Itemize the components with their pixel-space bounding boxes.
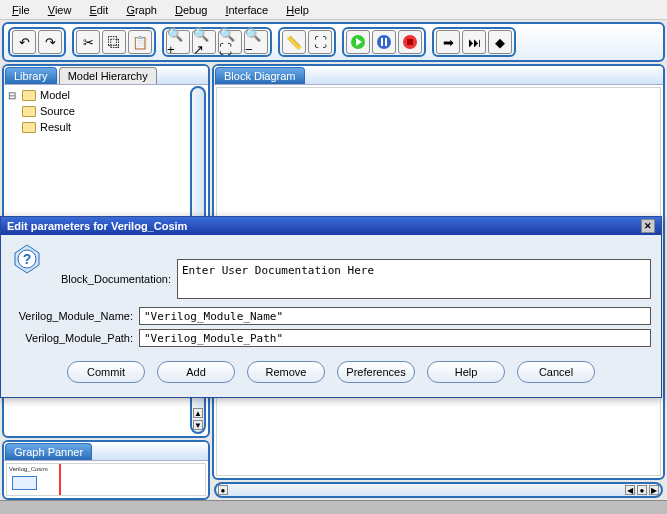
remove-button[interactable]: Remove [247, 361, 325, 383]
breakpoint-icon[interactable]: ◆ [488, 30, 512, 54]
folder-icon [22, 90, 36, 101]
tree-item[interactable]: Result [8, 119, 204, 135]
folder-icon [22, 106, 36, 117]
hscroll-start-icon[interactable]: ● [218, 485, 228, 495]
commit-button[interactable]: Commit [67, 361, 145, 383]
zoom-fit-icon[interactable]: 🔍⛶ [218, 30, 242, 54]
pause-icon[interactable] [372, 30, 396, 54]
verilogmodulepath-input[interactable] [139, 329, 651, 347]
graph-panner-title: Graph Panner [5, 443, 92, 460]
ruler-icon[interactable]: 📏 [282, 30, 306, 54]
redo-icon[interactable]: ↷ [38, 30, 62, 54]
menu-debug[interactable]: Debug [167, 2, 215, 18]
panner-cursor[interactable] [59, 464, 61, 495]
tree-label: Result [40, 121, 71, 133]
scroll-down-icon[interactable]: ▼ [193, 420, 203, 430]
tree-item[interactable]: Source [8, 103, 204, 119]
toolbar-group: 📏⛶ [278, 27, 336, 57]
dialog-title: Edit parameters for Verilog_Cosim [7, 220, 187, 232]
menu-help[interactable]: Help [278, 2, 317, 18]
menu-edit[interactable]: Edit [81, 2, 116, 18]
play-icon[interactable] [346, 30, 370, 54]
stop-icon[interactable] [398, 30, 422, 54]
graph-panner-body[interactable]: Verilog_Cosim [6, 463, 206, 496]
panner-mini-block [12, 476, 37, 490]
dialog-row: Verilog_Module_Path: [11, 329, 651, 347]
library-tabs: LibraryModel Hierarchy [4, 66, 208, 85]
toolbar-group: ✂⿻📋 [72, 27, 156, 57]
zoom-out-icon[interactable]: 🔍− [244, 30, 268, 54]
block-diagram-title: Block Diagram [215, 67, 305, 84]
cut-icon[interactable]: ✂ [76, 30, 100, 54]
toolbar-group [342, 27, 426, 57]
help-icon: ? [11, 243, 43, 275]
menu-interface[interactable]: Interface [217, 2, 276, 18]
toolbar-group: 🔍+🔍↗🔍⛶🔍− [162, 27, 272, 57]
cancel-button[interactable]: Cancel [517, 361, 595, 383]
dialog-buttons: CommitAddRemovePreferencesHelpCancel [11, 361, 651, 383]
verilogmodulename-input[interactable] [139, 307, 651, 325]
preferences-button[interactable]: Preferences [337, 361, 415, 383]
scroll-up-icon[interactable]: ▲ [193, 408, 203, 418]
dialog-fields: Block_Documentation:Verilog_Module_Name:… [11, 259, 651, 347]
tree-label: Model [40, 89, 70, 101]
dialog-row: Verilog_Module_Name: [11, 307, 651, 325]
blockdocumentation-input[interactable] [177, 259, 651, 299]
field-label: Block_Documentation: [49, 273, 177, 285]
svg-rect-6 [407, 39, 413, 45]
dialog-titlebar[interactable]: Edit parameters for Verilog_Cosim ✕ [1, 217, 661, 235]
hscroll-left-icon[interactable]: ◀ [625, 485, 635, 495]
dialog-row: Block_Documentation: [49, 259, 651, 299]
zoom-in-icon[interactable]: 🔍+ [166, 30, 190, 54]
toolbar-group: ➡⏭◆ [432, 27, 516, 57]
edit-parameters-dialog: Edit parameters for Verilog_Cosim ✕ ? Bl… [0, 216, 662, 398]
copy-icon[interactable]: ⿻ [102, 30, 126, 54]
menu-file[interactable]: File [4, 2, 38, 18]
toolbar: ↶↷✂⿻📋🔍+🔍↗🔍⛶🔍−📏⛶➡⏭◆ [2, 22, 665, 62]
panner-mini-label: Verilog_Cosim [9, 466, 48, 472]
menubar: FileViewEditGraphDebugInterfaceHelp [0, 0, 667, 20]
folder-icon [22, 122, 36, 133]
field-label: Verilog_Module_Path: [11, 332, 139, 344]
svg-rect-3 [381, 38, 383, 46]
paste-icon[interactable]: 📋 [128, 30, 152, 54]
help-button[interactable]: Help [427, 361, 505, 383]
tree-item[interactable]: ⊟Model [8, 87, 204, 103]
close-icon[interactable]: ✕ [641, 219, 655, 233]
graph-panner-panel: Graph Panner Verilog_Cosim [2, 440, 210, 500]
toolbar-group: ↶↷ [8, 27, 66, 57]
svg-text:?: ? [23, 251, 32, 267]
block-diagram-hscroll[interactable]: ● ◀ ● ▶ [214, 482, 663, 498]
undo-icon[interactable]: ↶ [12, 30, 36, 54]
menu-view[interactable]: View [40, 2, 80, 18]
step-to-end-icon[interactable]: ⏭ [462, 30, 486, 54]
svg-rect-4 [385, 38, 387, 46]
tree-label: Source [40, 105, 75, 117]
fullscreen-icon[interactable]: ⛶ [308, 30, 332, 54]
tab-library[interactable]: Library [5, 67, 57, 84]
statusbar [0, 500, 667, 514]
svg-point-2 [377, 35, 391, 49]
collapse-icon[interactable]: ⊟ [8, 90, 18, 101]
field-label: Verilog_Module_Name: [11, 310, 139, 322]
tab-model-hierarchy[interactable]: Model Hierarchy [59, 67, 157, 84]
zoom-sel-icon[interactable]: 🔍↗ [192, 30, 216, 54]
step-forward-icon[interactable]: ➡ [436, 30, 460, 54]
hscroll-right-icon[interactable]: ▶ [649, 485, 659, 495]
menu-graph[interactable]: Graph [118, 2, 165, 18]
hscroll-thumb-icon[interactable]: ● [637, 485, 647, 495]
add-button[interactable]: Add [157, 361, 235, 383]
